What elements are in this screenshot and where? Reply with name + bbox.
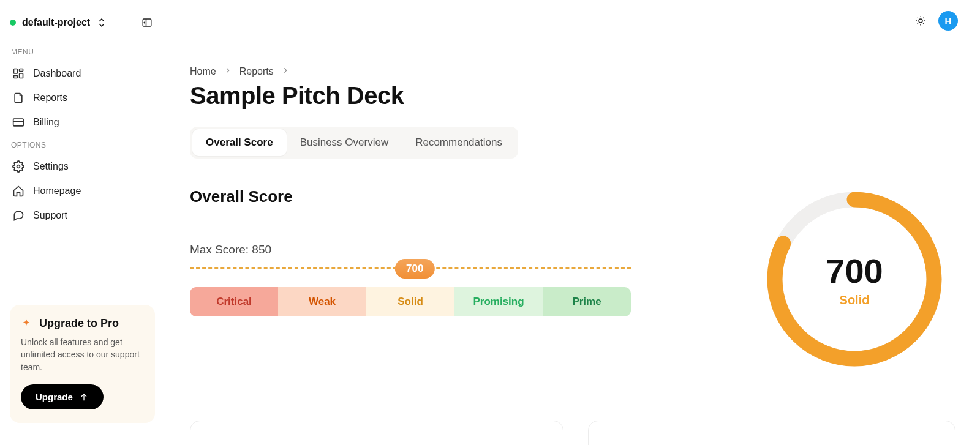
svg-line-14 (923, 23, 924, 24)
chevron-right-icon (281, 66, 290, 77)
upgrade-title: Upgrade to Pro (39, 317, 119, 330)
main: H Home Reports Sample Pitch Deck Overall… (165, 0, 980, 445)
avatar-initial: H (945, 16, 952, 26)
svg-rect-6 (13, 119, 24, 126)
upgrade-card: Upgrade to Pro Unlock all features and g… (10, 305, 155, 423)
sidebar-item-billing[interactable]: Billing (5, 110, 160, 135)
menu-nav: Dashboard Reports Billing (0, 61, 165, 135)
page-title: Sample Pitch Deck (190, 82, 956, 110)
score-slider: 700 (190, 267, 631, 269)
breadcrumb-item-reports[interactable]: Reports (239, 66, 274, 77)
breadcrumb-item-home[interactable]: Home (190, 66, 216, 77)
band-weak: Weak (278, 287, 366, 316)
section-title: Overall Score (190, 187, 729, 206)
band-promising: Promising (454, 287, 543, 316)
card-placeholder (190, 421, 564, 445)
sidebar-item-support[interactable]: Support (5, 203, 160, 228)
score-pill-label: 700 (406, 263, 423, 274)
upgrade-button-label: Upgrade (36, 392, 73, 402)
options-section-label: OPTIONS (0, 135, 165, 154)
theme-toggle-button[interactable] (913, 13, 929, 29)
project-name: default-project (22, 17, 90, 28)
avatar[interactable]: H (938, 11, 958, 31)
sidebar-item-homepage[interactable]: Homepage (5, 179, 160, 203)
sidebar-item-label: Dashboard (33, 68, 81, 79)
collapse-sidebar-button[interactable] (139, 15, 155, 31)
arrow-up-icon (79, 392, 89, 402)
band-solid: Solid (366, 287, 454, 316)
sidebar: default-project MENU Dashboard Reports B… (0, 0, 165, 445)
band-prime: Prime (543, 287, 631, 316)
max-score-label: Max Score: 850 (190, 243, 729, 256)
svg-rect-2 (14, 69, 18, 74)
panel-left-icon (141, 17, 153, 28)
sidebar-item-label: Homepage (33, 185, 81, 196)
sidebar-item-label: Billing (33, 117, 59, 128)
dashboard-icon (12, 67, 24, 80)
project-selector-row: default-project (0, 10, 165, 42)
divider (190, 170, 956, 170)
gauge-label: Solid (840, 293, 870, 307)
svg-line-17 (918, 23, 918, 24)
gauge-value: 700 (826, 251, 883, 291)
svg-point-8 (17, 165, 20, 168)
billing-icon (12, 116, 24, 129)
svg-rect-5 (14, 75, 18, 78)
sparkle-icon (21, 318, 32, 329)
home-icon (12, 185, 24, 197)
support-icon (12, 209, 24, 222)
score-gauge: 700 Solid (763, 187, 946, 371)
gear-icon (12, 160, 24, 173)
project-selector[interactable]: default-project (10, 17, 107, 28)
sidebar-item-reports[interactable]: Reports (5, 86, 160, 110)
tab-overall-score[interactable]: Overall Score (192, 129, 287, 156)
score-bands: Critical Weak Solid Promising Prime (190, 287, 631, 316)
sidebar-item-label: Settings (33, 161, 69, 172)
sidebar-item-settings[interactable]: Settings (5, 154, 160, 179)
svg-rect-4 (20, 73, 23, 78)
peek-cards (190, 421, 956, 445)
tab-business-overview[interactable]: Business Overview (287, 129, 402, 156)
upgrade-description: Unlock all features and get unlimited ac… (21, 336, 144, 373)
tabs: Overall Score Business Overview Recommen… (190, 127, 518, 159)
svg-line-18 (923, 18, 924, 18)
tab-recommendations[interactable]: Recommendations (402, 129, 516, 156)
status-dot-icon (10, 20, 16, 26)
svg-line-13 (918, 18, 918, 18)
sidebar-item-dashboard[interactable]: Dashboard (5, 61, 160, 86)
sidebar-item-label: Reports (33, 92, 67, 103)
svg-rect-3 (20, 69, 23, 72)
score-pill: 700 (395, 259, 434, 279)
chevrons-up-down-icon (96, 17, 107, 28)
chevron-right-icon (281, 66, 290, 75)
band-critical: Critical (190, 287, 278, 316)
reports-icon (12, 92, 24, 104)
menu-section-label: MENU (0, 42, 165, 61)
sidebar-item-label: Support (33, 210, 67, 221)
chevron-right-icon (224, 66, 232, 77)
svg-point-10 (919, 19, 922, 23)
options-nav: Settings Homepage Support (0, 154, 165, 228)
breadcrumb: Home Reports (190, 66, 956, 77)
topbar: H (913, 11, 958, 31)
sun-icon (915, 15, 926, 26)
card-placeholder (588, 421, 956, 445)
upgrade-button[interactable]: Upgrade (21, 384, 104, 409)
